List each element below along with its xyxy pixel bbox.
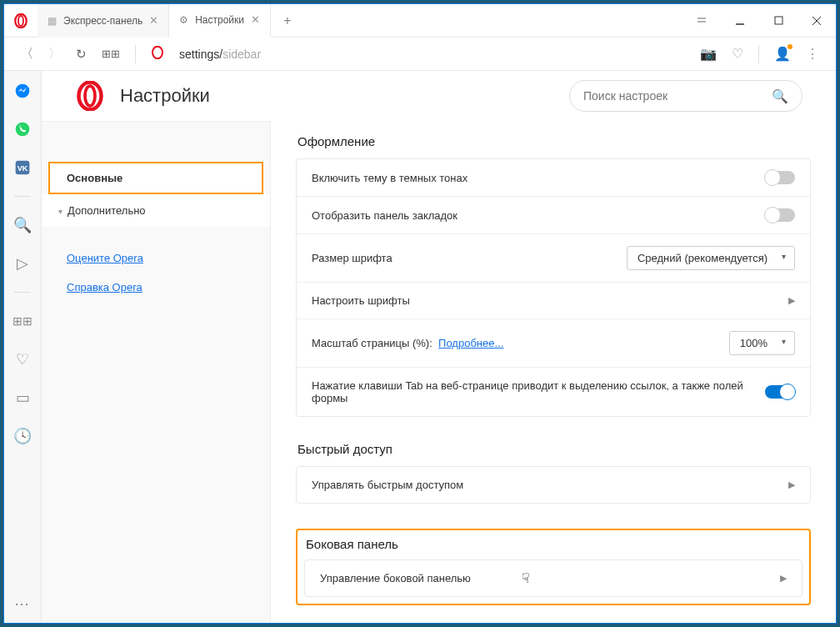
zoom-more-link[interactable]: Подробнее... (438, 337, 503, 349)
svg-rect-5 (775, 17, 782, 24)
apps-icon[interactable]: ⊞⊞ (12, 311, 32, 331)
news-icon[interactable]: ▭ (12, 388, 32, 408)
titlebar: ▦ Экспресс-панель ✕ ⚙ Настройки ✕ + (4, 4, 836, 38)
chevron-right-icon: ▶ (780, 573, 787, 584)
whatsapp-icon[interactable] (12, 119, 32, 139)
profile-icon[interactable]: 👤 (774, 46, 791, 62)
svg-point-1 (18, 16, 23, 26)
row-manage-sidebar[interactable]: Управление боковой панелью ☟ ▶ (305, 560, 802, 596)
cursor-icon: ☟ (522, 570, 530, 586)
site-icon (151, 46, 164, 63)
sidebar-card: Управление боковой панелью ☟ ▶ (304, 559, 802, 597)
opera-logo-icon (75, 81, 105, 111)
gear-icon: ⚙ (179, 14, 188, 26)
tab-settings[interactable]: ⚙ Настройки ✕ (169, 4, 271, 38)
page-title: Настройки (120, 85, 554, 107)
font-size-dropdown[interactable]: Средний (рекомендуется) (627, 246, 795, 270)
history-icon[interactable]: 🕓 (12, 426, 32, 446)
row-tab-highlight: Нажатие клавиши Tab на веб-странице прив… (297, 368, 810, 416)
row-label: Отобразить панель закладок (312, 209, 755, 222)
camera-icon[interactable]: 📷 (700, 46, 717, 62)
quick-card: Управлять быстрым доступом ▶ (296, 466, 811, 504)
grid-icon: ▦ (48, 15, 57, 27)
sidebar-more-icon[interactable]: ⋯ (14, 594, 31, 613)
flow-icon[interactable]: ▷ (12, 253, 32, 273)
search-icon: 🔍 (772, 88, 788, 104)
section-appearance-title: Оформление (298, 134, 811, 148)
address-field[interactable]: settings/sidebar (179, 48, 685, 61)
maximize-button[interactable] (759, 4, 798, 38)
close-button[interactable] (798, 4, 836, 38)
more-icon[interactable]: ⋮ (806, 46, 819, 62)
tab-speed-dial[interactable]: ▦ Экспресс-панель ✕ (38, 4, 169, 38)
nav-rate[interactable]: Оцените Opera (42, 243, 270, 273)
svg-point-8 (152, 46, 162, 58)
bookmarks-icon[interactable]: ♡ (12, 349, 32, 369)
settings-panel: Оформление Включить тему в темных тонах … (271, 121, 836, 623)
speed-dial-icon[interactable]: ⊞⊞ (102, 48, 120, 60)
svg-point-14 (85, 86, 95, 106)
toggle-tab-highlight[interactable] (765, 385, 795, 399)
row-page-zoom: Масштаб страницы (%): Подробнее... 100% (297, 319, 810, 368)
toggle-bookmarks-bar[interactable] (765, 208, 795, 222)
close-icon[interactable]: ✕ (149, 14, 158, 27)
nav-basic[interactable]: Основные (48, 162, 263, 194)
search-icon[interactable]: 🔍 (12, 215, 32, 235)
section-sidebar-title: Боковая панель (306, 537, 802, 551)
reload-button[interactable]: ↻ (76, 47, 87, 62)
heart-icon[interactable]: ♡ (732, 46, 743, 62)
zoom-dropdown[interactable]: 100% (729, 331, 795, 355)
sidebar-section-highlight: Боковая панель Управление боковой панель… (296, 529, 811, 605)
row-customize-fonts[interactable]: Настроить шрифты ▶ (297, 283, 810, 319)
svg-text:VK: VK (18, 164, 28, 173)
row-label: Включить тему в темных тонах (312, 172, 755, 184)
messenger-icon[interactable] (12, 81, 32, 101)
settings-header: Настройки 🔍 (42, 71, 836, 121)
row-label: Настроить шрифты (312, 294, 778, 307)
new-tab-button[interactable]: + (271, 4, 304, 38)
forward-button[interactable]: 〉 (48, 46, 61, 62)
search-field[interactable]: 🔍 (569, 80, 802, 112)
row-dark-theme: Включить тему в темных тонах (297, 159, 810, 197)
row-font-size: Размер шрифта Средний (рекомендуется) (297, 234, 810, 283)
row-label: Управлять быстрым доступом (312, 479, 778, 491)
row-bookmarks-bar: Отобразить панель закладок (297, 197, 810, 234)
menu-icon[interactable] (682, 4, 721, 38)
row-label: Масштаб страницы (%): Подробнее... (312, 337, 719, 349)
appearance-card: Включить тему в темных тонах Отобразить … (296, 158, 811, 417)
nav-help[interactable]: Справка Opera (42, 273, 270, 302)
close-icon[interactable]: ✕ (251, 13, 260, 26)
back-button[interactable]: 〈 (21, 46, 33, 62)
chevron-right-icon: ▶ (788, 479, 795, 490)
section-quick-title: Быстрый доступ (298, 442, 811, 456)
row-label: Размер шрифта (312, 252, 617, 264)
tab-label: Экспресс-панель (63, 15, 142, 27)
address-bar: 〈 〉 ↻ ⊞⊞ settings/sidebar 📷 ♡ 👤 ⋮ (4, 38, 836, 71)
row-label: Управление боковой панелью (320, 572, 770, 584)
minimize-button[interactable] (721, 4, 759, 38)
search-input[interactable] (583, 89, 763, 103)
tab-label: Настройки (195, 14, 244, 26)
vk-icon[interactable]: VK (12, 158, 32, 178)
chevron-right-icon: ▶ (788, 295, 795, 306)
row-label: Нажатие клавиши Tab на веб-странице прив… (312, 379, 755, 404)
nav-advanced[interactable]: Дополнительно (42, 194, 270, 227)
toggle-dark-theme[interactable] (765, 171, 795, 184)
browser-sidebar: VK 🔍 ▷ ⊞⊞ ♡ ▭ 🕓 ⋯ (4, 71, 42, 623)
settings-nav: Основные Дополнительно Оцените Opera Спр… (42, 121, 271, 623)
row-manage-quick[interactable]: Управлять быстрым доступом ▶ (297, 467, 810, 503)
opera-menu-icon[interactable] (4, 13, 38, 28)
